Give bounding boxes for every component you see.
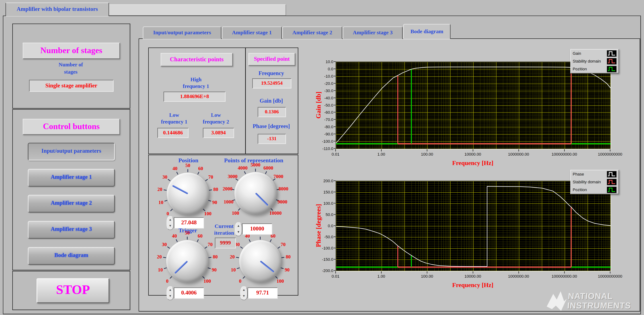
national-instruments-logo: NATIONALINSTRUMENTS: [546, 288, 642, 314]
knob-face[interactable]: [166, 240, 208, 282]
knob-scale-label: 30: [162, 242, 167, 247]
knob-face[interactable]: [239, 240, 281, 282]
ni-eagle-icon: [546, 290, 568, 312]
knob-tick: [265, 171, 267, 174]
stop-button[interactable]: STOP: [36, 278, 110, 303]
legend-line-style-icon: [607, 50, 616, 57]
domain-spinner[interactable]: ▲▼: [240, 286, 248, 300]
control-button-label: Amplifier stage 2: [51, 200, 92, 206]
tab-amplifier-stage-1[interactable]: Amplifier stage 1: [222, 26, 282, 39]
gain-bode-legend: GainStability domainPozition: [570, 49, 619, 73]
gain-graph: 10.00.0-10.0-20.0-30.0-40.0-50.0-60.0-70…: [300, 42, 625, 172]
knob-scale-label: 90: [285, 267, 290, 273]
knob-tick: [205, 179, 208, 181]
knob-needle[interactable]: [174, 261, 188, 274]
knob-scale-label: 2000: [223, 186, 232, 192]
control-button-bode-diagram[interactable]: Bode diagram: [28, 247, 115, 265]
specified-point-header: Specified point: [248, 53, 295, 66]
x-tick: [564, 271, 565, 274]
control-button-amplifier-stage-3[interactable]: Amplifier stage 3: [28, 221, 115, 239]
domain-knob[interactable]: 0102030405060708090100: [229, 230, 291, 292]
knob-scale-label: 0: [239, 278, 242, 284]
tab-amplifier-stage-2[interactable]: Amplifier stage 2: [282, 26, 342, 39]
tab-input-output-parameters[interactable]: Input/output parameters: [143, 26, 222, 39]
knob-tick: [282, 257, 284, 258]
y-tick: [334, 270, 336, 271]
x-axis-title: Frequency [Hz]: [355, 282, 591, 289]
y-tick: [334, 237, 336, 237]
control-button-label: Input/output parameters: [41, 148, 101, 154]
legend-label: Pozition: [573, 188, 587, 192]
y-tick: [334, 68, 336, 69]
knob-face[interactable]: [167, 173, 209, 215]
x-tick-label: 1.00: [378, 274, 385, 279]
x-tick: [473, 271, 473, 274]
legend-label: Stability domain: [573, 180, 601, 184]
y-tick-label: -100.0: [314, 139, 333, 144]
knob-needle[interactable]: [260, 260, 274, 273]
trigger-spinner[interactable]: ▲▼: [166, 286, 174, 300]
position-knob[interactable]: 0102030405060708090100: [157, 163, 219, 225]
knob-scale-label: 20: [157, 186, 162, 192]
knob-tick: [170, 209, 173, 211]
current-iteration-value: 9999: [215, 238, 236, 249]
position-spinner[interactable]: ▲▼: [166, 216, 174, 230]
knob-needle[interactable]: [255, 193, 268, 206]
control-buttons-header: Control buttons: [23, 119, 120, 135]
knob-scale-label: 10: [231, 267, 236, 273]
control-button-label: Amplifier stage 3: [51, 226, 92, 232]
knob-tick: [208, 257, 212, 258]
high-frequency-1-value: 1.884696E+8: [164, 92, 226, 102]
knob-tick: [281, 268, 284, 269]
knob-tick: [204, 247, 207, 249]
knob-scale-label: 90: [212, 267, 217, 273]
x-tick: [335, 149, 336, 151]
knob-scale-label: 50: [185, 230, 190, 236]
x-tick: [381, 271, 382, 274]
x-tick: [473, 149, 473, 151]
window-tab[interactable]: Amplifier with bipolar transistors: [6, 2, 109, 16]
tab-amplifier-stage-3[interactable]: Amplifier stage 3: [343, 26, 403, 39]
points-of-representation-knob[interactable]: 1001000200030004000500060007000800090001…: [225, 162, 286, 224]
y-tick-label: 10.0: [314, 59, 333, 64]
knob-tick: [208, 268, 211, 269]
x-tick-label: 1000000.00: [508, 152, 529, 157]
y-tick: [334, 225, 336, 226]
x-tick-label: 10000.00: [464, 152, 481, 157]
number-of-stages-value: Single stage amplifier: [29, 80, 114, 92]
knob-scale-label: 20: [157, 254, 162, 260]
y-tick: [334, 112, 336, 112]
knob-scale-label: 0: [166, 211, 169, 217]
domain-value[interactable]: 97.71: [248, 288, 278, 299]
knob-scale-label: 80: [286, 254, 291, 260]
control-button-input-output-parameters[interactable]: Input/output parameters: [28, 143, 115, 160]
legend-line-style-icon: [607, 179, 616, 185]
gain-label: Gain [db]: [246, 98, 297, 104]
y-tick: [334, 98, 336, 98]
control-button-amplifier-stage-1[interactable]: Amplifier stage 1: [28, 169, 115, 187]
x-tick: [381, 149, 382, 151]
y-tick: [334, 134, 336, 134]
knob-needle[interactable]: [172, 185, 188, 194]
knob-face[interactable]: [234, 172, 276, 214]
knob-tick: [249, 239, 251, 242]
knob-scale-label: 60: [198, 166, 203, 171]
x-tick-label: 100.00: [421, 274, 433, 279]
knob-scale-label: 100: [204, 211, 212, 217]
knob-scale-label: 5000: [250, 162, 260, 168]
trigger-value[interactable]: 0.4006: [174, 288, 204, 299]
number-of-stages-label: Number ofstages: [23, 61, 119, 75]
x-tick-label: 1000000.00: [508, 274, 529, 279]
legend-label: Phase: [573, 172, 584, 177]
points-value[interactable]: 10000: [242, 223, 272, 235]
x-tick: [335, 271, 336, 274]
y-tick-label: 0.0: [314, 67, 333, 71]
control-button-amplifier-stage-2[interactable]: Amplifier stage 2: [28, 195, 115, 213]
trigger-knob[interactable]: 0102030405060708090100: [156, 230, 218, 292]
knob-scale-label: 4000: [238, 165, 248, 171]
knob-tick: [278, 247, 280, 249]
tab-bode-diagram[interactable]: Bode diagram: [403, 24, 450, 39]
y-tick-label: -110.0: [314, 146, 333, 151]
position-value[interactable]: 27.048: [174, 217, 204, 229]
y-tick: [334, 105, 336, 105]
